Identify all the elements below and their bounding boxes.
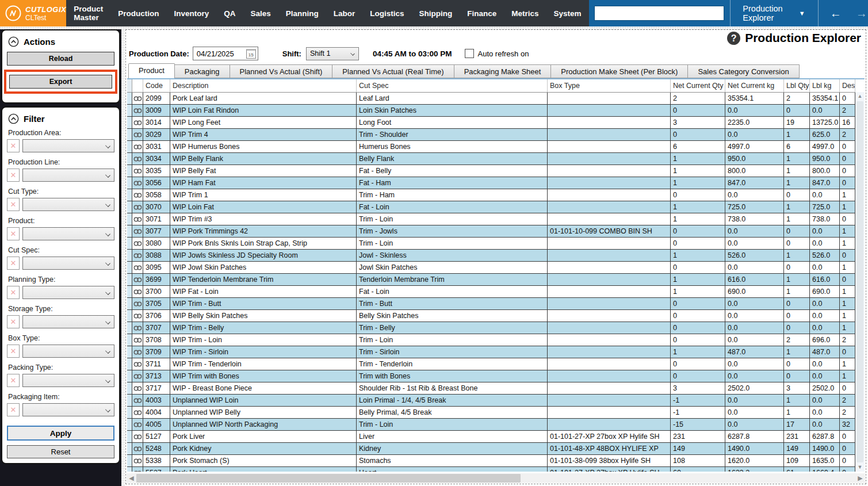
link-icon-cell[interactable] (132, 152, 143, 164)
clear-filter-button[interactable]: ✕ (7, 374, 20, 387)
table-row[interactable]: 3031 WIP Humerus Bones Humerus Bones 6 4… (127, 140, 855, 152)
table-row[interactable]: 3070 WIP Loin Fat Fat - Loin 1 725.0 1 7… (127, 201, 855, 213)
filter-dropdown[interactable] (22, 198, 114, 211)
column-header[interactable]: Desca (840, 79, 855, 92)
calendar-icon[interactable]: 15 (246, 49, 256, 59)
link-icon-cell[interactable] (132, 442, 143, 454)
menu-item[interactable]: Labor (326, 9, 363, 18)
menu-item[interactable]: Finance (460, 9, 504, 18)
filter-dropdown[interactable] (22, 374, 114, 387)
search-input[interactable] (594, 6, 724, 21)
link-icon-cell[interactable] (132, 116, 143, 128)
table-row[interactable]: 3077 WIP Pork Trimmings 42 Trim - Jowls … (127, 225, 855, 237)
column-header[interactable]: Lbl kg (810, 79, 840, 92)
link-icon-cell[interactable] (132, 346, 143, 358)
link-icon-cell[interactable] (132, 285, 143, 297)
menu-item[interactable]: Inventory (166, 9, 216, 18)
reset-button[interactable]: Reset (7, 445, 114, 458)
table-row[interactable]: 3071 WIP Trim #3 Trim - Loin 1 738.0 1 7… (127, 213, 855, 225)
clear-filter-button[interactable]: ✕ (7, 169, 20, 182)
clear-filter-button[interactable]: ✕ (7, 139, 20, 152)
link-icon-cell[interactable] (132, 394, 143, 406)
clear-filter-button[interactable]: ✕ (7, 198, 20, 211)
vertical-splitter[interactable] (121, 29, 125, 486)
link-icon-cell[interactable] (132, 201, 143, 213)
table-row[interactable]: 3700 WIP Fat - Loin Fat - Loin 1 690.0 1… (127, 285, 855, 297)
table-row[interactable]: 3088 WIP Jowls Skinless JD Specialty Roo… (127, 249, 855, 261)
link-icon-cell[interactable] (132, 309, 143, 322)
tab[interactable]: Planned Vs Actual (Shift) (230, 64, 333, 78)
table-row[interactable]: 4005 Unplanned WIP North Packaging Trim … (127, 418, 855, 430)
menu-item[interactable]: Sales (243, 9, 278, 18)
menu-item[interactable]: Planning (278, 9, 326, 18)
column-header[interactable]: Description (170, 79, 357, 92)
table-row[interactable]: 3056 WIP Ham Fat Fat - Ham 1 847.0 1 847… (127, 177, 855, 189)
link-icon-cell[interactable] (132, 128, 143, 140)
link-icon-cell[interactable] (132, 92, 143, 104)
clear-filter-button[interactable]: ✕ (7, 315, 20, 328)
menu-item[interactable]: Logistics (362, 9, 411, 18)
clear-filter-button[interactable]: ✕ (7, 227, 20, 240)
filter-dropdown[interactable] (22, 345, 114, 358)
table-row[interactable]: 4003 Unplanned WIP Loin Loin Primal - 1/… (127, 394, 855, 406)
link-icon-cell[interactable] (132, 273, 143, 285)
link-icon-cell[interactable] (132, 261, 143, 273)
link-icon-cell[interactable] (132, 418, 143, 430)
scroll-right-icon[interactable]: ▶ (855, 474, 865, 482)
column-header[interactable]: Net Current Qty (671, 79, 725, 92)
tab[interactable]: Planned Vs Actual (Real Time) (332, 64, 454, 78)
table-row[interactable]: 3080 WIP Pork Bnls Sknls Loin Strap Cap,… (127, 237, 855, 249)
tab[interactable]: Packaging Make Sheet (454, 64, 552, 78)
filter-dropdown[interactable] (22, 315, 114, 328)
column-header[interactable] (132, 79, 143, 92)
screen-selector-dropdown[interactable]: Production Explorer ▼ (730, 0, 817, 26)
menu-item[interactable]: Shipping (412, 9, 460, 18)
link-icon-cell[interactable] (132, 177, 143, 189)
scroll-up-icon[interactable]: ▲ (855, 92, 865, 101)
vertical-scrollbar[interactable]: ▲ ▼ (855, 92, 865, 472)
table-row[interactable]: 3009 WIP Loin Fat Rindon Loin Skin Patch… (127, 104, 855, 116)
filter-dropdown[interactable] (22, 139, 114, 152)
table-row[interactable]: 5127 Pork Liver Liver 01-101-27-XP 27box… (127, 430, 855, 442)
apply-button[interactable]: Apply (7, 426, 114, 441)
column-header[interactable]: Box Type (548, 79, 671, 92)
table-row[interactable]: 4004 Unplanned WIP Belly Belly Primal, 4… (127, 406, 855, 418)
column-header[interactable]: Cut Spec (357, 79, 548, 92)
filter-dropdown[interactable] (22, 169, 114, 182)
link-icon-cell[interactable] (132, 237, 143, 249)
table-row[interactable]: 3035 WIP Belly Fat Fat - Belly 1 800.0 1… (127, 164, 855, 177)
help-question-icon[interactable]: ? (727, 32, 740, 45)
link-icon-cell[interactable] (132, 213, 143, 225)
menu-item[interactable]: System (546, 9, 589, 18)
link-icon-cell[interactable] (132, 249, 143, 261)
link-icon-cell[interactable] (132, 382, 143, 394)
clear-filter-button[interactable]: ✕ (7, 286, 20, 299)
collapse-chevron-icon[interactable] (8, 36, 19, 47)
link-icon-cell[interactable] (132, 454, 143, 466)
table-row[interactable]: 3708 WIP Trim - Loin Trim - Loin 0 0.0 2… (127, 334, 855, 346)
column-header[interactable]: Lbl Qty (784, 79, 810, 92)
link-icon-cell[interactable] (132, 358, 143, 370)
link-icon-cell[interactable] (132, 140, 143, 152)
vertical-scrollbar-thumb[interactable] (856, 101, 863, 462)
horizontal-scrollbar-thumb[interactable] (136, 474, 521, 483)
menu-item[interactable]: Product Master (66, 5, 110, 22)
collapse-chevron-icon[interactable] (8, 113, 19, 124)
forward-arrow-icon[interactable]: → (848, 7, 868, 20)
table-row[interactable]: 3707 WIP Trim - Belly Trim - Belly 0 0.0… (127, 322, 855, 334)
scroll-down-icon[interactable]: ▼ (855, 463, 865, 472)
table-row[interactable]: 5527 Pork Heart Heart 01-101-27-XP 27box… (127, 466, 855, 472)
table-row[interactable]: 3717 WIP - Breast Bone Piece Shoulder Ri… (127, 382, 855, 394)
filter-dropdown[interactable] (22, 227, 114, 240)
table-row[interactable]: 3029 WIP Trim 4 Trim - Shoulder 0 0.0 1 … (127, 128, 855, 140)
filter-dropdown[interactable] (22, 257, 114, 270)
link-icon-cell[interactable] (132, 189, 143, 201)
horizontal-scrollbar[interactable]: ◀ ▶ (127, 473, 865, 483)
link-icon-cell[interactable] (132, 334, 143, 346)
table-row[interactable]: 5338 Pork Stomach (S) Stomachs 01-101-38… (127, 454, 855, 466)
table-row[interactable]: 3711 WIP Trim - Tenderloin Trim - Tender… (127, 358, 855, 370)
link-icon-cell[interactable] (132, 322, 143, 334)
table-row[interactable]: 3095 WIP Jowl Skin Patches Jowl Skin Pat… (127, 261, 855, 273)
tab[interactable]: Sales Category Conversion (688, 64, 799, 78)
table-row[interactable]: 3709 WIP Trim - Sirloin Trim - Sirloin 1… (127, 346, 855, 358)
